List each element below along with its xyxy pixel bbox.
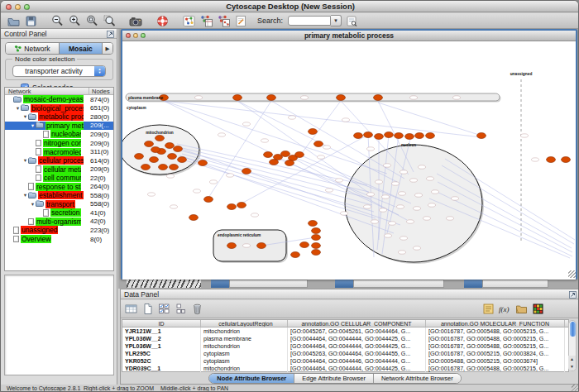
network-node[interactable] <box>374 95 383 101</box>
import-attributes-icon[interactable] <box>514 303 528 316</box>
table-row[interactable]: YPL036W__1mitochondrion[GO:0044464, GO:0… <box>122 342 568 350</box>
minimize-icon[interactable] <box>133 33 138 38</box>
network-node-label[interactable] <box>364 205 371 208</box>
table-column-header[interactable]: _cellularLayoutRegion <box>201 320 288 327</box>
network-node[interactable] <box>199 160 208 166</box>
network-node[interactable] <box>309 129 318 135</box>
new-attribute-icon[interactable] <box>141 303 154 316</box>
network-node[interactable] <box>165 143 175 149</box>
network-node-label[interactable] <box>389 222 396 225</box>
network-node-label[interactable] <box>427 177 434 180</box>
expand-arrow-icon[interactable]: ▼ <box>30 202 36 207</box>
table-row[interactable]: YKR052Ccytoplasm[GO:0044464, GO:0044446,… <box>122 357 568 365</box>
network-node[interactable] <box>159 165 168 170</box>
float-panel-icon[interactable] <box>107 31 114 41</box>
network-node-label[interactable] <box>167 174 175 178</box>
network-node-label[interactable] <box>399 251 406 254</box>
network-node[interactable] <box>189 215 199 221</box>
network-node-label[interactable] <box>243 122 251 126</box>
network-node-label[interactable] <box>318 155 325 159</box>
tree-row[interactable]: multi-organism pro42(0) <box>5 218 113 227</box>
window-resize-grip[interactable] <box>568 270 576 278</box>
network-node-label[interactable] <box>399 192 406 195</box>
network-node-label[interactable] <box>341 212 348 215</box>
tree-row[interactable]: ▼metabolic process280(0) <box>5 112 113 122</box>
network-node[interactable] <box>337 95 346 101</box>
network-node-label[interactable] <box>447 217 454 220</box>
network-node[interactable] <box>354 133 363 139</box>
network-node-label[interactable] <box>382 195 390 198</box>
network-node[interactable] <box>233 95 242 101</box>
network-node-label[interactable] <box>243 244 251 247</box>
network-node-label[interactable] <box>419 165 426 169</box>
network-node-label[interactable] <box>301 96 309 99</box>
network-node-label[interactable] <box>148 193 156 196</box>
network-node[interactable] <box>174 146 183 152</box>
zoom-window-icon[interactable] <box>24 4 30 10</box>
network-node-label[interactable] <box>380 208 387 212</box>
network-node-label[interactable] <box>532 158 539 161</box>
network-node[interactable] <box>270 160 279 165</box>
tree-row[interactable]: ▼cellular process614(0) <box>5 156 113 165</box>
network-node[interactable] <box>242 169 251 174</box>
network-node-label[interactable] <box>194 189 201 193</box>
birds-eye-overview[interactable] <box>4 275 114 375</box>
zoom-fit-icon[interactable] <box>84 14 99 28</box>
tree-row[interactable]: ▼establishment of lo558(0) <box>5 191 113 200</box>
network-overview-icon[interactable] <box>181 14 196 28</box>
network-node-label[interactable] <box>407 220 414 223</box>
tab-network-attribute-browser[interactable]: Network Attribute Browser <box>373 374 461 383</box>
tree-row[interactable]: Overview8(0) <box>5 235 113 244</box>
help-icon[interactable] <box>155 14 170 28</box>
network-node[interactable] <box>385 132 394 138</box>
network-node-label[interactable] <box>397 205 404 208</box>
network-node-label[interactable] <box>261 139 269 142</box>
network-node-label[interactable] <box>414 207 421 210</box>
network-node[interactable] <box>156 136 165 141</box>
network-node[interactable] <box>145 141 154 147</box>
tree-column-network[interactable]: Network <box>8 88 31 95</box>
expand-arrow-icon[interactable]: ▼ <box>15 106 21 111</box>
scrollbar-thumb[interactable] <box>570 322 576 337</box>
network-node[interactable] <box>285 160 294 166</box>
tab-overflow-arrow-icon[interactable]: ▶ <box>102 43 112 54</box>
tree-row[interactable]: nitrogen compo209(0) <box>5 139 113 148</box>
network-node[interactable] <box>375 134 384 140</box>
network-node[interactable] <box>257 243 266 249</box>
tree-row[interactable]: secretion41(0) <box>5 208 113 218</box>
attribute-table-icon[interactable] <box>124 303 137 316</box>
network-node-label[interactable] <box>521 134 529 137</box>
table-column-header[interactable]: annotation.GO MOLECULAR_FUNCTION <box>426 320 565 327</box>
node-color-dropdown[interactable]: transporter activity ▲▼ <box>12 65 106 77</box>
tab-node-attribute-browser[interactable]: Node Attribute Browser <box>209 374 294 383</box>
network-node[interactable] <box>141 165 151 170</box>
save-icon[interactable] <box>23 14 38 28</box>
heatmap-icon[interactable] <box>531 303 544 316</box>
network-node[interactable] <box>135 154 144 160</box>
search-filter-icon[interactable] <box>344 14 359 28</box>
network-node-label[interactable] <box>367 193 375 196</box>
network-node-label[interactable] <box>428 203 436 207</box>
snapshot-icon[interactable] <box>128 14 143 28</box>
network-node-label[interactable] <box>376 180 383 184</box>
network-node[interactable] <box>364 132 373 138</box>
attribute-modifier-icon[interactable] <box>481 303 495 316</box>
network-node[interactable] <box>151 147 160 153</box>
search-dropdown-arrow-icon[interactable]: ▼ <box>331 15 342 26</box>
network-node-label[interactable] <box>452 197 459 200</box>
network-node-label[interactable] <box>210 180 218 184</box>
table-column-header[interactable]: annotation.GO CELLULAR_COMPONENT <box>288 320 426 327</box>
network-node[interactable] <box>168 154 177 160</box>
network-node[interactable] <box>170 165 179 170</box>
close-icon[interactable] <box>6 4 12 10</box>
network-node[interactable] <box>309 221 318 227</box>
network-node[interactable] <box>415 133 424 139</box>
network-node[interactable] <box>314 141 323 147</box>
tree-row[interactable]: macromolecule311(0) <box>5 147 113 156</box>
network-node-label[interactable] <box>195 96 203 99</box>
network-node[interactable] <box>267 95 276 101</box>
table-row[interactable]: YLR295Ccytoplasm[GO:0045263, GO:0044464,… <box>122 350 568 357</box>
network-node[interactable] <box>291 252 300 258</box>
table-row[interactable]: YJR121W__1mitochondrion[GO:0045267, GO:0… <box>122 327 568 335</box>
annotation-icon[interactable] <box>233 14 248 28</box>
